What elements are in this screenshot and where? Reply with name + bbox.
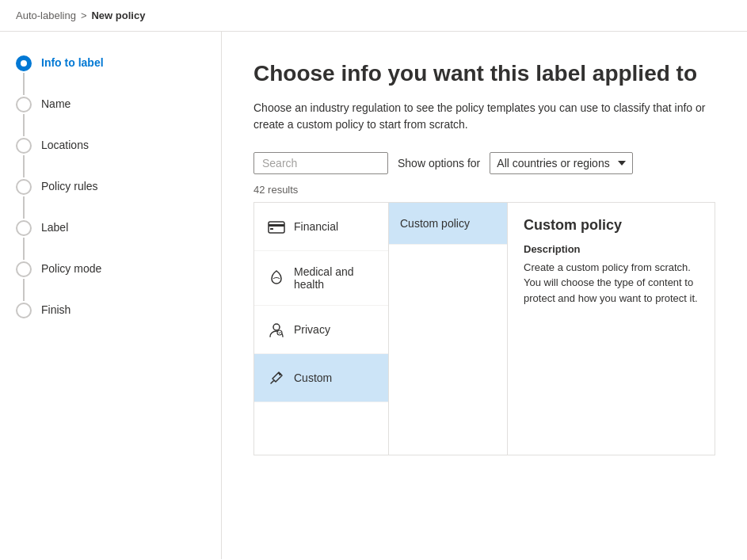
page-description: Choose an industry regulation to see the… — [253, 100, 713, 133]
policy-item-custom-policy[interactable]: Custom policy — [389, 203, 507, 245]
svg-point-3 — [273, 324, 280, 330]
step-label-policy-rules: Policy rules — [41, 179, 98, 192]
step-policy-rules[interactable]: Policy rules — [16, 179, 205, 220]
detail-title: Custom policy — [524, 217, 699, 234]
step-label-policy-mode: Policy mode — [41, 261, 101, 275]
step-circle-finish — [16, 303, 32, 318]
category-item-financial[interactable]: Financial — [254, 203, 388, 251]
show-options-label: Show options for — [398, 157, 480, 170]
financial-icon — [267, 217, 286, 236]
step-line-5 — [23, 238, 25, 260]
country-select[interactable]: All countries or regions United States E… — [490, 152, 633, 174]
step-label-info-to-label: Info to label — [41, 55, 104, 69]
breadcrumb-parent[interactable]: Auto-labeling — [16, 10, 76, 21]
svg-rect-2 — [270, 228, 273, 230]
step-label[interactable]: Label — [16, 220, 205, 261]
step-line-4 — [23, 196, 25, 219]
step-label-locations: Locations — [41, 138, 89, 151]
category-list: Financial Medical and health — [254, 203, 389, 455]
step-line-3 — [23, 155, 25, 177]
svg-rect-0 — [269, 222, 284, 233]
step-circle-policy-mode — [16, 261, 32, 277]
step-policy-mode[interactable]: Policy mode — [16, 261, 205, 303]
sidebar: Info to label Name Locations Policy rule… — [0, 32, 222, 559]
results-count: 42 results — [253, 184, 715, 196]
medical-icon — [267, 269, 286, 288]
breadcrumb: Auto-labeling > New policy — [0, 0, 747, 32]
page-title: Choose info you want this label applied … — [253, 60, 713, 87]
filter-row: Show options for All countries or region… — [253, 152, 715, 174]
breadcrumb-separator: > — [81, 10, 87, 21]
step-finish[interactable]: Finish — [16, 303, 205, 318]
category-item-medical[interactable]: Medical and health — [254, 251, 388, 306]
step-circle-name — [16, 97, 32, 112]
category-label-privacy: Privacy — [294, 323, 330, 336]
policy-list: Custom policy — [389, 203, 508, 455]
step-label-label: Label — [41, 220, 68, 234]
step-name[interactable]: Name — [16, 97, 205, 138]
privacy-icon — [267, 320, 286, 339]
svg-point-5 — [279, 373, 281, 375]
step-label-finish: Finish — [41, 303, 71, 316]
search-input[interactable] — [253, 152, 388, 174]
step-line-1 — [23, 73, 25, 95]
step-line-2 — [23, 114, 25, 136]
main-content: Choose info you want this label applied … — [222, 32, 747, 559]
svg-rect-1 — [269, 224, 284, 227]
category-label-financial: Financial — [294, 220, 338, 233]
step-circle-info-to-label — [16, 55, 32, 71]
category-item-privacy[interactable]: Privacy — [254, 306, 388, 354]
custom-icon — [267, 368, 286, 387]
step-circle-label — [16, 220, 32, 236]
detail-description-label: Description — [524, 243, 699, 255]
content-area: Financial Medical and health — [253, 202, 715, 455]
breadcrumb-current: New policy — [91, 10, 145, 21]
step-circle-policy-rules — [16, 179, 32, 195]
detail-description-text: Create a custom policy from scratch. You… — [524, 260, 699, 307]
category-item-custom[interactable]: Custom — [254, 354, 388, 402]
step-locations[interactable]: Locations — [16, 138, 205, 179]
step-circle-locations — [16, 138, 32, 154]
detail-panel: Custom policy Description Create a custo… — [508, 203, 715, 455]
step-label-name: Name — [41, 97, 71, 110]
step-line-6 — [23, 279, 25, 301]
step-info-to-label[interactable]: Info to label — [16, 55, 205, 97]
category-label-medical: Medical and health — [294, 265, 375, 291]
category-label-custom: Custom — [294, 371, 332, 384]
